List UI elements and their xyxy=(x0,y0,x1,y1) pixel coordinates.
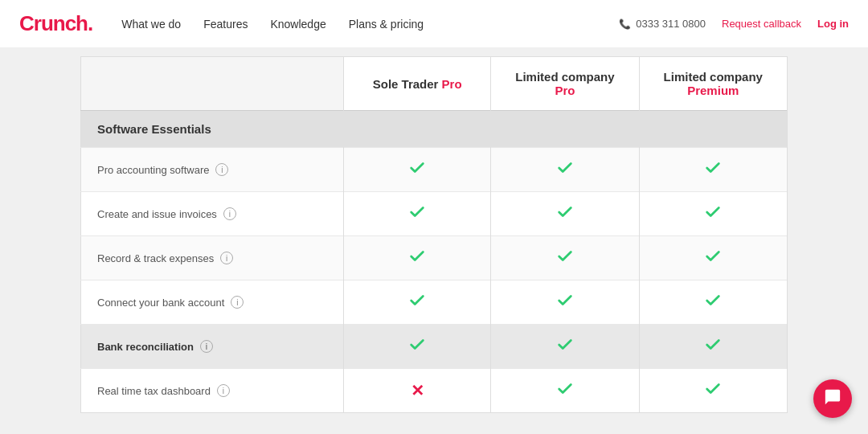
table-row: Connect your bank accounti xyxy=(81,280,788,325)
checkmark-icon xyxy=(704,248,722,265)
checkmark-icon xyxy=(556,248,574,265)
checkmark-icon xyxy=(704,380,722,398)
info-icon[interactable]: i xyxy=(200,340,213,353)
sole-cell-4 xyxy=(344,325,491,369)
limited-cell-4 xyxy=(491,325,639,369)
premium-cell-2 xyxy=(639,236,787,280)
feature-label: Connect your bank accounti xyxy=(97,296,327,309)
table-row: Pro accounting softwarei xyxy=(81,148,788,192)
limited-cell-3 xyxy=(491,280,639,325)
table-row: Record & track expensesi xyxy=(81,236,788,280)
info-icon[interactable]: i xyxy=(217,384,230,397)
login-button[interactable]: Log in xyxy=(817,18,849,30)
info-icon[interactable]: i xyxy=(220,252,233,264)
header-right: 📞 0333 311 0800 Request callback Log in xyxy=(619,18,849,31)
premium-cell-5 xyxy=(639,369,787,413)
col-header-feature xyxy=(81,57,344,111)
checkmark-icon xyxy=(408,159,426,177)
phone-number: 📞 0333 311 0800 xyxy=(619,18,706,30)
chat-button[interactable] xyxy=(813,379,852,418)
feature-cell-2: Record & track expensesi xyxy=(81,236,344,280)
checkmark-icon xyxy=(704,203,722,221)
sole-cell-2 xyxy=(344,236,491,280)
limited-cell-5 xyxy=(491,369,639,413)
checkmark-icon xyxy=(556,292,574,309)
request-callback-link[interactable]: Request callback xyxy=(722,18,801,31)
phone-icon: 📞 xyxy=(619,18,631,30)
chat-icon xyxy=(824,388,841,410)
limited-cell-0 xyxy=(491,148,639,192)
checkmark-icon xyxy=(704,159,722,177)
table-header-row: Sole Trader Pro Limited company Pro Limi… xyxy=(81,57,788,111)
checkmark-icon xyxy=(408,203,426,221)
info-icon[interactable]: i xyxy=(215,163,228,176)
sole-cell-5: ✕ xyxy=(344,369,491,413)
nav-knowledge[interactable]: Knowledge xyxy=(270,18,326,31)
checkmark-icon xyxy=(556,336,574,354)
info-icon[interactable]: i xyxy=(223,207,236,220)
checkmark-icon xyxy=(408,292,426,309)
feature-label: Pro accounting softwarei xyxy=(97,163,327,176)
main-content: Sole Trader Pro Limited company Pro Limi… xyxy=(0,48,868,434)
premium-cell-0 xyxy=(639,148,787,192)
sole-pro-badge: Pro xyxy=(442,77,462,91)
feature-cell-4: Bank reconciliationi xyxy=(81,325,344,369)
site-header: Crunch. What we do Features Knowledge Pl… xyxy=(0,0,868,48)
premium-cell-4 xyxy=(639,325,787,369)
table-row: Bank reconciliationi xyxy=(81,325,788,369)
checkmark-icon xyxy=(556,380,574,398)
table-row: Real time tax dashboardi✕ xyxy=(81,369,788,413)
nav-plans-pricing[interactable]: Plans & pricing xyxy=(349,18,424,31)
feature-cell-1: Create and issue invoicesi xyxy=(81,192,344,236)
premium-badge: Premium xyxy=(656,84,771,97)
feature-cell-0: Pro accounting softwarei xyxy=(81,148,344,192)
col-header-sole: Sole Trader Pro xyxy=(344,57,491,111)
checkmark-icon xyxy=(408,336,426,354)
premium-cell-3 xyxy=(639,280,787,325)
checkmark-icon xyxy=(704,336,722,354)
col-header-premium: Limited company Premium xyxy=(639,57,787,111)
feature-label: Bank reconciliationi xyxy=(97,340,327,353)
logo[interactable]: Crunch. xyxy=(19,11,92,36)
main-nav: What we do Features Knowledge Plans & pr… xyxy=(121,18,619,31)
col-header-limited: Limited company Pro xyxy=(491,57,639,111)
section-header-row: Software Essentials xyxy=(81,111,788,148)
table-body: Software EssentialsPro accounting softwa… xyxy=(81,111,788,413)
table-row: Create and issue invoicesi xyxy=(81,192,788,236)
checkmark-icon xyxy=(408,248,426,265)
nav-features[interactable]: Features xyxy=(203,18,248,31)
feature-label: Create and issue invoicesi xyxy=(97,207,327,220)
info-icon[interactable]: i xyxy=(231,296,244,309)
phone-number-text: 0333 311 0800 xyxy=(636,18,706,30)
sole-cell-0 xyxy=(344,148,491,192)
limited-cell-1 xyxy=(491,192,639,236)
limited-company-plan-name: Limited company Pro xyxy=(507,70,622,97)
checkmark-icon xyxy=(704,292,722,309)
limited-pro-badge: Pro xyxy=(555,84,575,97)
sole-cell-3 xyxy=(344,280,491,325)
feature-label: Record & track expensesi xyxy=(97,252,327,264)
nav-what-we-do[interactable]: What we do xyxy=(121,18,181,31)
cross-icon: ✕ xyxy=(411,382,424,399)
premium-cell-1 xyxy=(639,192,787,236)
sole-trader-plan-name: Sole Trader Pro xyxy=(360,77,474,91)
feature-cell-5: Real time tax dashboardi xyxy=(81,369,344,413)
checkmark-icon xyxy=(556,203,574,221)
limited-cell-2 xyxy=(491,236,639,280)
feature-label: Real time tax dashboardi xyxy=(97,384,327,397)
checkmark-icon xyxy=(556,159,574,177)
comparison-table: Sole Trader Pro Limited company Pro Limi… xyxy=(80,56,788,413)
limited-premium-plan-name: Limited company Premium xyxy=(656,70,771,97)
sole-cell-1 xyxy=(344,192,491,236)
feature-cell-3: Connect your bank accounti xyxy=(81,280,344,325)
